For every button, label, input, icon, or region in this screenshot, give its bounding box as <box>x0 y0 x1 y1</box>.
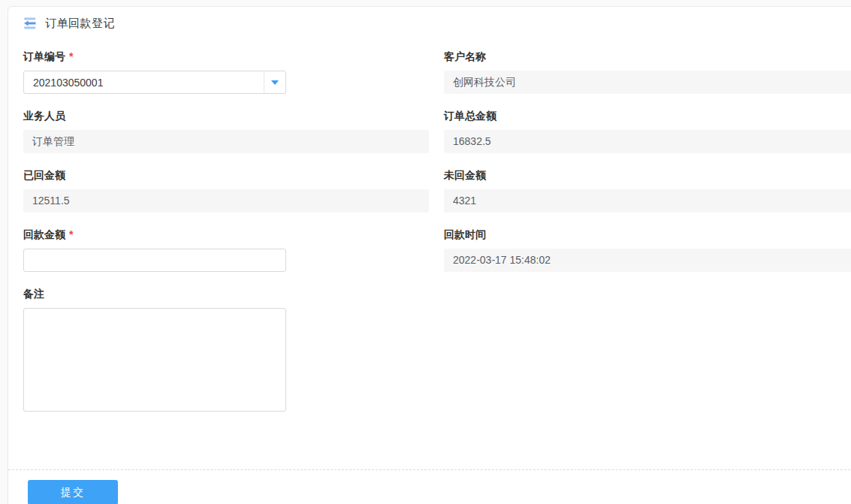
remarks-textarea[interactable] <box>23 308 286 412</box>
form-footer: 提交 <box>8 469 851 504</box>
order-number-label: 订单编号 <box>23 50 65 62</box>
page-title: 订单回款登记 <box>45 17 115 31</box>
field-unreceived-amount: 未回金额 4321 <box>444 170 851 213</box>
payment-amount-input[interactable] <box>23 249 286 272</box>
remarks-label: 备注 <box>23 288 44 300</box>
order-number-select[interactable]: 202103050001 <box>23 71 286 94</box>
sales-person-value: 订单管理 <box>23 130 429 153</box>
payment-amount-label: 回款金额 <box>23 228 65 240</box>
field-customer-name: 客户名称 创网科技公司 <box>444 51 851 94</box>
field-payment-amount: 回款金额* <box>23 229 429 272</box>
payment-time-value: 2022-03-17 15:48:02 <box>444 249 851 272</box>
payment-form: 订单编号* 202103050001 客户名称 创网科技公司 业务人员 订单管理 <box>8 51 851 428</box>
submit-button[interactable]: 提交 <box>28 480 118 504</box>
unreceived-amount-value: 4321 <box>444 189 851 213</box>
field-sales-person: 业务人员 订单管理 <box>23 110 429 153</box>
order-total-amount-label: 订单总金额 <box>444 110 496 122</box>
required-marker: * <box>69 228 73 240</box>
collapse-menu-icon[interactable] <box>23 17 37 29</box>
sales-person-label: 业务人员 <box>23 110 65 122</box>
customer-name-value: 创网科技公司 <box>444 71 851 94</box>
field-payment-time: 回款时间 2022-03-17 15:48:02 <box>444 229 851 272</box>
chevron-down-icon <box>271 80 279 85</box>
field-order-number: 订单编号* 202103050001 <box>23 51 429 94</box>
order-payment-form-card: 订单回款登记 订单编号* 202103050001 客户名称 创网科技公司 <box>8 6 851 504</box>
field-order-total-amount: 订单总金额 16832.5 <box>444 110 851 153</box>
required-marker: * <box>69 50 73 62</box>
received-amount-label: 已回金额 <box>23 169 65 181</box>
unreceived-amount-label: 未回金额 <box>444 169 486 181</box>
field-remarks: 备注 <box>23 288 429 412</box>
field-received-amount: 已回金额 12511.5 <box>23 170 429 213</box>
received-amount-value: 12511.5 <box>23 189 429 213</box>
order-total-amount-value: 16832.5 <box>444 130 851 153</box>
customer-name-label: 客户名称 <box>444 50 486 62</box>
page-header: 订单回款登记 <box>8 7 851 30</box>
select-caret-button[interactable] <box>264 71 285 93</box>
payment-time-label: 回款时间 <box>444 228 486 240</box>
order-number-select-value: 202103050001 <box>24 77 264 89</box>
